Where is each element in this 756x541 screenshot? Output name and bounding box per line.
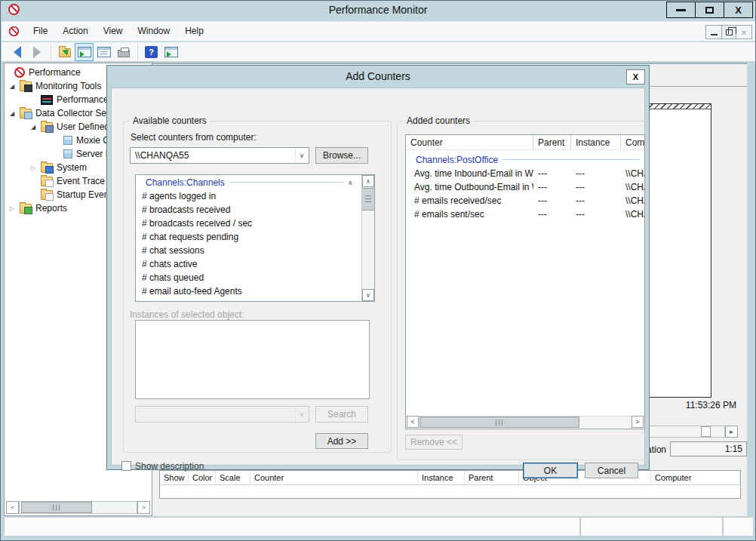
added-cell-counter: # emails received/sec [406,194,533,207]
scroll-right-button[interactable]: ▸ [725,426,738,438]
available-counters-list[interactable]: Channels:Channels∧# agents logged in# br… [135,174,375,302]
legend-column-parent[interactable]: Parent [465,471,519,484]
cancel-button[interactable]: Cancel [585,463,638,478]
child-restore-button[interactable] [721,26,736,38]
counter-item-chats-active[interactable]: # chats active [136,257,361,271]
scroll-down-button[interactable]: ∨ [362,289,374,301]
added-group-row[interactable]: Channels:PostOffice [406,152,644,167]
print-icon [118,50,130,57]
scroll-track[interactable] [642,426,725,438]
tree-expander-icon[interactable]: ◢ [29,124,41,131]
computer-combobox-value: \\CHANQA55 [135,150,189,161]
tree-horizontal-scrollbar[interactable]: < > [6,501,150,514]
computer-combobox[interactable]: \\CHANQA55 ∨ [130,147,309,164]
added-counter-row[interactable]: Avg. time Outbound-Email in W...------\\… [406,180,644,194]
legend-column-color[interactable]: Color [189,471,216,484]
legend-column-scale[interactable]: Scale [216,471,250,484]
maximize-icon [705,7,714,14]
added-counter-row[interactable]: # emails sent/sec------\\CHANQA55 [406,207,644,221]
legend-header-row: ShowColorScaleCounterInstanceParentObjec… [160,471,740,485]
menu-item-view[interactable]: View [96,22,131,41]
browse-button[interactable]: Browse... [315,147,368,164]
new-window-button[interactable] [161,43,180,61]
instances-listbox[interactable] [135,320,370,399]
legend-column-counter[interactable]: Counter [250,471,418,484]
added-cell-instance: --- [571,180,621,194]
menu-item-file[interactable]: File [26,22,55,41]
added-cell-instance: --- [571,207,621,221]
scroll-thumb[interactable] [419,417,579,428]
menu-item-help[interactable]: Help [177,22,211,41]
added-column-instance[interactable]: Instance [571,135,621,149]
counter-group-row[interactable]: Channels:Channels∧ [136,175,361,189]
scroll-left-button[interactable]: < [6,501,19,514]
select-computer-label: Select counters from computer: [131,132,257,143]
maximize-button[interactable] [695,2,724,18]
available-list-scrollbar[interactable]: ∧ ∨ [361,175,374,301]
counter-item-broadcasts-received[interactable]: # broadcasts received [136,203,361,217]
ok-button[interactable]: OK [523,463,578,478]
tree-expander-icon[interactable]: ◢ [8,110,20,117]
show-console-tree-button[interactable] [75,43,94,61]
thumb-grip-icon [365,195,371,203]
print-button[interactable] [114,43,133,61]
counter-item-chats-queued[interactable]: # chats queued [136,271,361,284]
scroll-thumb[interactable] [21,502,92,513]
added-counters-label: Added counters [404,115,473,126]
tree-item-label: Monitoring Tools [35,81,101,91]
close-button[interactable]: X [724,2,753,18]
back-button[interactable] [8,43,26,61]
show-description-checkbox[interactable] [121,461,131,471]
tree-expander-icon[interactable]: ▷ [29,164,41,171]
export-folder-icon [59,48,71,57]
export-list-button[interactable] [55,43,74,61]
legend-column-show[interactable]: Show [160,471,189,484]
legend-column-computer[interactable]: Computer [651,471,740,484]
combobox-dropdown-icon[interactable]: ∨ [295,149,308,162]
scroll-right-button[interactable]: > [137,501,150,514]
available-counters-items: Channels:Channels∧# agents logged in# br… [136,175,361,298]
counter-item-chat-sessions[interactable]: # chat sessions [136,244,361,257]
counter-item-chat-requests-pending[interactable]: # chat requests pending [136,230,361,244]
add-button[interactable]: Add >> [315,433,368,449]
graph-horizontal-scrollbar[interactable]: ▸ [642,426,738,438]
added-counter-row[interactable]: Avg. time Inbound-Email in Wor...------\… [406,167,644,180]
forward-button[interactable] [27,43,46,61]
added-counter-row[interactable]: # emails received/sec------\\CHANQA55 [406,194,644,207]
legend-column-instance[interactable]: Instance [418,471,465,484]
dialog-close-button[interactable]: X [626,69,645,85]
scroll-track[interactable] [419,416,632,428]
counter-item-broadcasts-received-sec[interactable]: # broadcasts received / sec [136,217,361,230]
added-column-computer[interactable]: Computer [621,135,644,149]
added-column-counter[interactable]: Counter [406,135,533,149]
counter-item-agents-logged-in[interactable]: # agents logged in [136,189,361,203]
scroll-up-button[interactable]: ∧ [362,175,374,187]
scroll-left-button[interactable]: < [407,416,419,428]
tree-item-label: Data Collector Sets [35,108,113,118]
added-column-parent[interactable]: Parent [533,135,571,149]
added-cell-parent: --- [533,207,571,221]
scroll-track[interactable] [19,501,137,514]
added-cell-computer: \\CHANQA55 [621,194,644,207]
scroll-thumb[interactable] [701,426,711,437]
child-minimize-icon [711,34,718,35]
menu-item-window[interactable]: Window [131,22,178,41]
child-minimize-button[interactable] [706,26,721,38]
properties-button[interactable] [94,43,113,61]
properties-icon [97,47,111,57]
collapse-chevron-icon[interactable]: ∧ [348,179,361,186]
child-close-button[interactable]: × [736,26,751,38]
tree-expander-icon[interactable]: ◢ [8,83,20,90]
scroll-thumb[interactable] [362,188,374,211]
added-counters-list[interactable]: CounterParentInstanceComputer Channels:P… [405,134,645,429]
scroll-right-button[interactable]: > [632,416,644,428]
folder-system-icon [41,163,53,173]
menu-item-action[interactable]: Action [55,22,95,41]
added-list-horizontal-scrollbar[interactable]: < > [407,416,644,428]
performance-monitor-window: Performance Monitor X FileActionViewWind… [0,0,756,541]
counter-item-email-auto-feed-agents[interactable]: # email auto-feed Agents [136,284,361,298]
tree-expander-icon[interactable]: ▷ [8,205,20,212]
back-arrow-icon [14,46,21,58]
help-button[interactable]: ? [142,43,161,61]
minimize-button[interactable] [666,2,696,18]
